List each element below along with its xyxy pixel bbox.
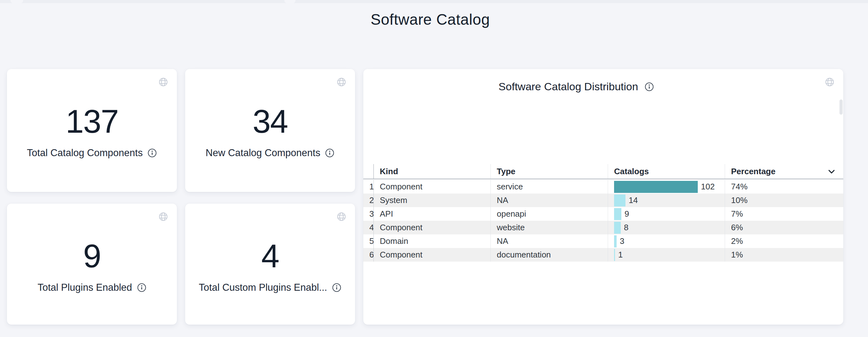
catalogs-bar — [614, 235, 617, 247]
table-row: 4 Component website 8 6% — [363, 221, 843, 234]
column-header-index — [363, 164, 373, 179]
kind-cell: System — [373, 194, 490, 207]
stat-label: Total Custom Plugins Enabl... — [199, 282, 327, 293]
stat-value: 137 — [66, 105, 118, 138]
stat-card-total-custom-plugins-enabled: 4 Total Custom Plugins Enabl... — [185, 204, 355, 325]
percentage-cell: 2% — [725, 234, 843, 248]
globe-icon[interactable] — [158, 77, 168, 87]
stat-label: Total Catalog Components — [27, 147, 143, 159]
distribution-card-header: Software Catalog Distribution — [363, 80, 843, 93]
catalogs-cell: 3 — [608, 234, 725, 248]
stat-value: 9 — [83, 240, 100, 272]
distribution-card: Software Catalog Distribution Kind Type … — [363, 69, 843, 325]
catalogs-bar — [614, 195, 625, 206]
column-header-catalogs[interactable]: Catalogs — [608, 164, 725, 179]
catalogs-bar — [614, 208, 621, 220]
catalogs-bar — [614, 181, 698, 193]
catalogs-cell: 1 — [608, 248, 725, 262]
column-header-kind[interactable]: Kind — [373, 164, 490, 179]
catalogs-bar — [614, 249, 615, 261]
globe-icon[interactable] — [825, 77, 834, 87]
catalogs-value: 14 — [629, 195, 638, 205]
kind-cell: Component — [373, 221, 490, 234]
kind-cell: Component — [373, 248, 490, 262]
catalogs-cell: 8 — [608, 221, 725, 234]
row-index-cell: 1 — [363, 180, 373, 194]
top-strip — [0, 0, 868, 3]
stat-card-total-catalog-components: 137 Total Catalog Components — [7, 69, 177, 192]
type-cell: NA — [490, 234, 608, 248]
table-row: 6 Component documentation 1 1% — [363, 248, 843, 262]
info-icon[interactable] — [332, 283, 341, 292]
top-strip-notch — [10, 0, 23, 3]
type-cell: website — [490, 221, 608, 234]
catalogs-value: 1 — [618, 250, 623, 260]
page-title: Software Catalog — [0, 11, 860, 28]
type-cell: service — [490, 180, 608, 194]
type-cell: NA — [490, 194, 608, 207]
table-row: 2 System NA 14 10% — [363, 194, 843, 207]
catalogs-value: 9 — [624, 209, 629, 219]
chevron-down-icon[interactable] — [827, 167, 836, 176]
stat-label: Total Plugins Enabled — [37, 282, 132, 293]
percentage-cell: 1% — [725, 248, 843, 262]
row-index-cell: 2 — [363, 194, 373, 207]
catalogs-value: 102 — [701, 182, 715, 192]
distribution-title: Software Catalog Distribution — [499, 80, 638, 93]
row-index-cell: 4 — [363, 221, 373, 234]
table-row: 1 Component service 102 74% — [363, 180, 843, 194]
table-header-row: Kind Type Catalogs Percentage — [363, 164, 843, 179]
info-icon[interactable] — [325, 148, 335, 158]
kind-cell: Domain — [373, 234, 490, 248]
globe-icon[interactable] — [158, 212, 168, 222]
catalogs-bar — [614, 222, 621, 234]
row-index-cell: 5 — [363, 234, 373, 248]
column-header-type[interactable]: Type — [490, 164, 608, 179]
table-row: 5 Domain NA 3 2% — [363, 234, 843, 248]
catalogs-cell: 9 — [608, 207, 725, 221]
stat-card-total-plugins-enabled: 9 Total Plugins Enabled — [7, 204, 177, 325]
percentage-cell: 7% — [725, 207, 843, 221]
kind-cell: Component — [373, 180, 490, 194]
stat-value: 34 — [253, 105, 288, 138]
info-icon[interactable] — [645, 82, 654, 92]
scrollbar-thumb[interactable] — [839, 99, 843, 115]
stat-card-new-catalog-components: 34 New Catalog Components — [185, 69, 355, 192]
top-strip-notch — [284, 0, 296, 3]
globe-icon[interactable] — [337, 77, 346, 87]
globe-icon[interactable] — [337, 212, 346, 222]
stat-value: 4 — [261, 240, 279, 272]
percentage-cell: 74% — [725, 180, 843, 194]
type-cell: documentation — [490, 248, 608, 262]
kind-cell: API — [373, 207, 490, 221]
info-icon[interactable] — [137, 283, 147, 292]
row-index-cell: 3 — [363, 207, 373, 221]
table-row: 3 API openapi 9 7% — [363, 207, 843, 221]
catalogs-cell: 102 — [608, 180, 725, 194]
table-body: 1 Component service 102 74% 2 System NA … — [363, 180, 843, 262]
percentage-cell: 10% — [725, 194, 843, 207]
column-header-percentage[interactable]: Percentage — [725, 164, 843, 179]
percentage-cell: 6% — [725, 221, 843, 234]
column-header-percentage-label: Percentage — [731, 167, 775, 176]
stat-label: New Catalog Components — [206, 147, 320, 159]
catalogs-cell: 14 — [608, 194, 725, 207]
catalogs-value: 8 — [624, 223, 628, 233]
row-index-cell: 6 — [363, 248, 373, 262]
catalogs-value: 3 — [620, 236, 624, 246]
type-cell: openapi — [490, 207, 608, 221]
info-icon[interactable] — [147, 148, 157, 158]
